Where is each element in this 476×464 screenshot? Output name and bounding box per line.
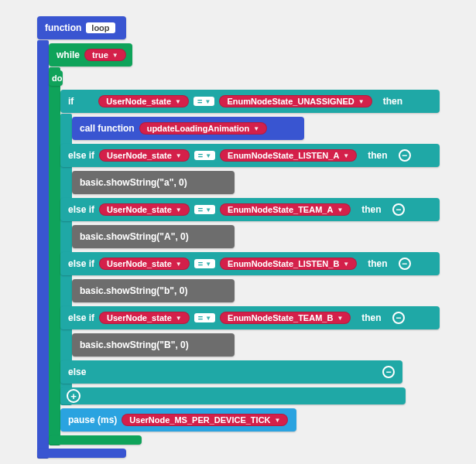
elseif4-var-pill[interactable]: UserNode_state▼ bbox=[99, 312, 190, 324]
else-block[interactable]: else − bbox=[60, 360, 402, 384]
compare-op-chip[interactable]: =▼ bbox=[194, 151, 215, 160]
remove-branch-icon[interactable]: − bbox=[399, 258, 411, 270]
function-footer bbox=[37, 449, 126, 458]
call-fn-pill[interactable]: updateLoadingAnimation▼ bbox=[139, 122, 268, 135]
while-cond-pill[interactable]: true▼ bbox=[84, 49, 126, 61]
elseif-block-1[interactable]: else if UserNode_state▼ =▼ EnumNodeState… bbox=[60, 144, 440, 167]
elseif3-var-pill[interactable]: UserNode_state▼ bbox=[99, 258, 190, 270]
if-val-pill[interactable]: EnumNodeState_UNASSIGNED▼ bbox=[219, 95, 372, 107]
chevron-down-icon: ▼ bbox=[112, 52, 118, 59]
add-branch-icon[interactable]: + bbox=[67, 389, 80, 403]
show-string-block-A[interactable]: basic.showString("A", 0) bbox=[72, 225, 235, 248]
show-string-block-a[interactable]: basic.showString("a", 0) bbox=[72, 171, 235, 194]
show-string-block-B[interactable]: basic.showString("B", 0) bbox=[72, 333, 235, 357]
while-keyword: while bbox=[57, 49, 80, 60]
compare-op-chip[interactable]: =▼ bbox=[194, 313, 215, 322]
remove-branch-icon[interactable]: − bbox=[382, 366, 395, 378]
pause-block[interactable]: pause (ms) UserNode_MS_PER_DEVICE_TICK▼ bbox=[60, 408, 296, 432]
function-name-chip[interactable]: loop bbox=[86, 22, 115, 33]
elseif-block-2[interactable]: else if UserNode_state▼ =▼ EnumNodeState… bbox=[60, 198, 440, 221]
compare-op-chip[interactable]: =▼ bbox=[193, 97, 214, 106]
show-string-block-b[interactable]: basic.showString("b", 0) bbox=[72, 279, 235, 302]
call-function-block[interactable]: call function updateLoadingAnimation▼ bbox=[72, 117, 304, 140]
function-header-block[interactable]: function loop bbox=[37, 16, 126, 39]
elseif4-val-pill[interactable]: EnumNodeState_TEAM_B▼ bbox=[220, 312, 351, 324]
remove-branch-icon[interactable]: − bbox=[392, 312, 405, 324]
compare-op-chip[interactable]: =▼ bbox=[194, 259, 215, 268]
elseif-block-4[interactable]: else if UserNode_state▼ =▼ EnumNodeState… bbox=[60, 306, 440, 329]
compare-op-chip[interactable]: =▼ bbox=[194, 205, 215, 214]
remove-branch-icon[interactable]: − bbox=[392, 203, 405, 216]
remove-branch-icon[interactable]: − bbox=[399, 149, 411, 162]
if-footer-block: + bbox=[60, 387, 406, 404]
elseif1-val-pill[interactable]: EnumNodeState_LISTEN_A▼ bbox=[220, 149, 357, 162]
elseif-block-3[interactable]: else if UserNode_state▼ =▼ EnumNodeState… bbox=[60, 252, 440, 275]
elseif2-val-pill[interactable]: EnumNodeState_TEAM_A▼ bbox=[220, 203, 351, 216]
elseif3-val-pill[interactable]: EnumNodeState_LISTEN_B▼ bbox=[220, 258, 357, 270]
if-block[interactable]: if UserNode_state▼ =▼ EnumNodeState_UNAS… bbox=[60, 90, 440, 113]
pause-var-pill[interactable]: UserNode_MS_PER_DEVICE_TICK▼ bbox=[122, 414, 288, 426]
elseif2-var-pill[interactable]: UserNode_state▼ bbox=[99, 203, 190, 216]
if-var-pill[interactable]: UserNode_state▼ bbox=[98, 95, 189, 107]
do-label: do bbox=[49, 70, 63, 86]
while-footer bbox=[49, 435, 142, 445]
elseif1-var-pill[interactable]: UserNode_state▼ bbox=[99, 149, 190, 162]
while-block[interactable]: while true▼ bbox=[49, 43, 132, 67]
function-keyword: function bbox=[45, 22, 81, 33]
